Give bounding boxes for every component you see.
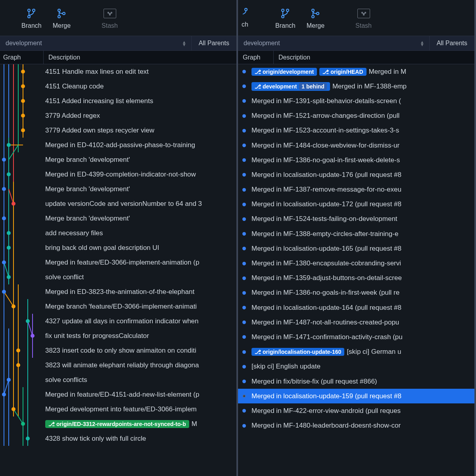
commit-row[interactable]: Merged in localisation-update-176 (pull … <box>238 167 474 182</box>
commit-row[interactable]: ⎇ origin/localisation-update-160[skip ci… <box>238 345 474 359</box>
svg-point-40 <box>312 15 314 18</box>
commit-row[interactable]: Merged in localisation-update-172 (pull … <box>238 197 474 212</box>
commit-row[interactable]: 4151 Cleanup code <box>0 79 236 94</box>
commit-row[interactable]: Merged in ED-4102-add-passive-phase-to-t… <box>0 138 236 152</box>
graph-cell <box>238 365 250 369</box>
column-headers: Graph Description <box>0 51 236 64</box>
graph-cell <box>238 380 250 383</box>
description-column-header[interactable]: Description <box>274 51 474 64</box>
commit-row[interactable]: Merged development into feature/ED-3066-… <box>0 402 236 416</box>
commit-row[interactable]: 4328 show tick only with full circle <box>0 431 236 446</box>
commit-row[interactable]: Merged in fix/bitrise-fix (pull request … <box>238 374 474 389</box>
commit-row[interactable]: 3823 will animate elephant reliably thro… <box>0 358 236 372</box>
branch-button[interactable]: Branch <box>270 6 301 32</box>
commit-row[interactable]: Merged in localisation-update-164 (pull … <box>238 300 474 315</box>
commit-row[interactable]: Merged in MF-422-error-view-android (pul… <box>238 403 474 418</box>
branch-badge[interactable]: ⎇ origin/localisation-update-160 <box>251 348 344 356</box>
commit-description: Merge branch 'development' <box>45 185 130 193</box>
commit-description: Merge branch 'feature/ED-3066-implement-… <box>45 303 197 311</box>
commit-row[interactable]: ⎇ origin/development⎇ origin/HEADMerged … <box>238 64 474 79</box>
commit-list-left[interactable]: 4151 Handle max lines on edit text4151 C… <box>0 64 236 476</box>
commit-row[interactable]: ⎇ origin/ED-3312-rewardpoints-are-not-sy… <box>0 416 236 431</box>
graph-cell <box>238 306 250 309</box>
commit-row[interactable]: Merge branch 'feature/ED-3066-implement-… <box>0 299 236 314</box>
commit-row[interactable]: Merged in MF-1359-adjust-buttons-on-deta… <box>238 271 474 286</box>
commit-row[interactable]: bring back old own goal description UI <box>0 240 236 255</box>
commit-row[interactable]: Merged in MF-1480-leaderboard-doesnt-sho… <box>238 418 474 433</box>
branch-selector[interactable]: development ▴▾ <box>238 36 430 50</box>
commit-description: 4151 Cleanup code <box>45 83 104 90</box>
merge-button[interactable]: Merge <box>47 6 76 32</box>
commit-row[interactable]: Merged in MF-1521-arrow-changes-directio… <box>238 109 474 123</box>
commit-row[interactable]: Merged in MF-1524-tests-failing-on-devel… <box>238 212 474 226</box>
branch-badge[interactable]: ⎇ development 1 behind <box>251 82 330 91</box>
branch-button[interactable]: Branch <box>16 6 47 32</box>
commit-row[interactable]: Merged in MF-1471-confirmation-activity-… <box>238 330 474 344</box>
svg-point-36 <box>282 9 284 12</box>
graph-cell <box>238 262 250 265</box>
commit-row[interactable]: Merged in MF-1487-not-all-routines-creat… <box>238 315 474 330</box>
commit-row[interactable]: [skip ci] English update <box>238 359 474 374</box>
graph-cell <box>238 395 250 397</box>
commit-row[interactable]: Merged in feature/ED-3066-implement-anim… <box>0 255 236 270</box>
graph-column-header[interactable]: Graph <box>238 51 274 64</box>
commit-description: Merged in MF-422-error-view-android (pul… <box>251 407 401 415</box>
commit-description: 3779 Added regex <box>45 112 100 120</box>
graph-cell <box>238 173 250 177</box>
parents-selector[interactable]: All Parents <box>430 36 474 50</box>
commit-row[interactable]: 4151 Added increasing list elements <box>0 94 236 108</box>
description-column-header[interactable]: Description <box>44 51 236 64</box>
commit-description: Merged in feature/ED-3066-implement-anim… <box>45 259 199 267</box>
commit-row[interactable]: Merge branch 'development' <box>0 211 236 226</box>
partial-toolbar-fragment: ch <box>238 0 250 36</box>
commit-row[interactable]: Merged in MF-1380-encapsulate-cobranding… <box>238 256 474 271</box>
branch-label: Branch <box>275 22 296 29</box>
commit-row[interactable]: 3779 Added regex <box>0 108 236 123</box>
commit-row[interactable]: solve conflict <box>0 270 236 284</box>
commit-row[interactable]: Merged in ED-3823-the-animation-of-the-e… <box>0 284 236 299</box>
merge-button[interactable]: Merge <box>301 6 330 32</box>
commit-row[interactable]: Merged in MF-1386-no-goals-in-first-week… <box>238 286 474 300</box>
branch-badge[interactable]: ⎇ origin/development <box>251 68 317 76</box>
commit-row[interactable]: ⎇ development 1 behindMerged in MF-1388-… <box>238 79 474 94</box>
commit-row[interactable]: 3823 insert code to only show animaiton … <box>0 343 236 358</box>
commit-description: Merged in MF-1388-emp <box>332 83 407 90</box>
commit-row[interactable]: 3779 Added own steps recycler view <box>0 123 236 138</box>
commit-row[interactable]: Merged in ED-4399-completion-indicator-n… <box>0 167 236 182</box>
stash-button[interactable]: Stash <box>96 6 123 32</box>
commit-row[interactable]: add necessary files <box>0 226 236 240</box>
commit-row[interactable]: Merge branch 'development' <box>0 182 236 196</box>
commit-description: Merged in M <box>369 68 406 76</box>
commit-row[interactable]: Merged in feature/ED-4151-add-new-list-e… <box>0 387 236 402</box>
branch-selector[interactable]: development ▴▾ <box>0 36 192 50</box>
graph-cell <box>238 129 250 132</box>
commit-row[interactable]: Merged in MF-1387-remove-message-for-no-… <box>238 182 474 197</box>
commit-row[interactable]: 4151 Handle max lines on edit text <box>0 64 236 79</box>
commit-row[interactable]: 4327 update all days in confirmation ind… <box>0 314 236 328</box>
graph-column-header[interactable]: Graph <box>0 51 44 64</box>
commit-row[interactable]: Merged in MF-1388-empty-circles-after-tr… <box>238 226 474 241</box>
commit-row[interactable]: Merged in localisation-update-159 (pull … <box>238 389 474 403</box>
commit-row[interactable]: Merge branch 'development' <box>0 152 236 167</box>
branch-badge[interactable]: ⎇ origin/ED-3312-rewardpoints-are-not-sy… <box>45 420 189 428</box>
commit-row[interactable]: Merged in MF-1386-no-goal-in-first-week-… <box>238 153 474 167</box>
svg-point-0 <box>28 9 30 12</box>
parents-selector[interactable]: All Parents <box>192 36 236 50</box>
left-pane: Branch Merge Stash development ▴▾ All Pa… <box>0 0 238 476</box>
commit-row[interactable]: update versionCode and versionNumber to … <box>0 196 236 211</box>
commit-description: Merged in MF-1391-split-behavior-details… <box>251 97 401 105</box>
commit-row[interactable]: Merged in localisation-update-165 (pull … <box>238 241 474 256</box>
commit-row[interactable]: fix unit tests for progressCalculator <box>0 328 236 343</box>
svg-point-4 <box>58 15 60 18</box>
commit-description: Merged in feature/ED-4151-add-new-list-e… <box>45 391 199 399</box>
commit-row[interactable]: solve conflicts <box>0 372 236 387</box>
commit-list-right[interactable]: ⎇ origin/development⎇ origin/HEADMerged … <box>238 64 474 476</box>
toolbar: Branch Merge Stash <box>238 0 474 36</box>
stash-button[interactable]: Stash <box>350 6 377 32</box>
graph-cell <box>238 114 250 118</box>
commit-row[interactable]: Merged in MF-1391-split-behavior-details… <box>238 94 474 108</box>
commit-row[interactable]: Merged in MF-1523-account-in-settings-ta… <box>238 123 474 138</box>
commit-description: update versionCode and versionNumber to … <box>45 200 202 208</box>
branch-badge[interactable]: ⎇ origin/HEAD <box>319 68 366 76</box>
commit-row[interactable]: Merged in MF-1484-close-webview-for-dism… <box>238 138 474 153</box>
